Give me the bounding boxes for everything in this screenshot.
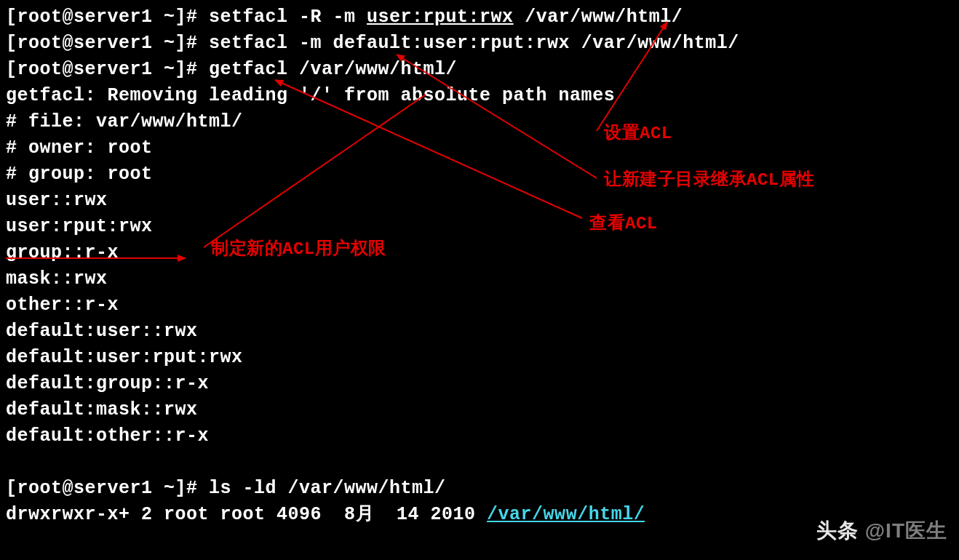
output-line: default:user:rput:rwx [6,345,959,371]
output-line: getfacl: Removing leading '/' from absol… [6,83,959,109]
output-line: other::r-x [6,292,959,319]
cmd-text: setfacl -R -m [209,7,367,28]
watermark-left: 头条 [816,519,859,542]
ls-output-path: /var/www/html/ [487,504,645,525]
output-line: user:rput:rwx [6,214,959,240]
command-line-2: [root@server1 ~]# setfacl -m default:use… [6,31,959,57]
cmd-text: getfacl /var/www/html/ [209,59,457,80]
output-line: default:other::r-x [6,423,959,449]
cmd-text: ls -ld /var/www/html/ [209,478,446,499]
blank-line [6,449,959,476]
output-line: group::r-x [6,240,959,266]
watermark-right: @IT医生 [859,519,947,542]
prompt: [root@server1 ~]# [6,59,209,80]
annotation-user-perm: 制定新的ACL用户权限 [211,236,386,263]
command-line-4: [root@server1 ~]# ls -ld /var/www/html/ [6,476,959,502]
terminal-window[interactable]: [root@server1 ~]# setfacl -R -m user:rpu… [0,0,959,560]
prompt: [root@server1 ~]# [6,478,209,499]
prompt: [root@server1 ~]# [6,33,209,54]
output-line: user::rwx [6,188,959,214]
cmd-text-underlined: user:rput:rwx [367,7,514,28]
cmd-text: /var/www/html/ [514,7,683,28]
cmd-text: setfacl -m default:user:rput:rwx /var/ww… [209,33,739,54]
prompt: [root@server1 ~]# [6,7,209,28]
output-line: # group: root [6,161,959,188]
output-line: default:group::r-x [6,371,959,397]
output-line: default:mask::rwx [6,397,959,423]
output-line: # file: var/www/html/ [6,109,959,135]
output-line: default:user::rwx [6,319,959,345]
command-line-1: [root@server1 ~]# setfacl -R -m user:rpu… [6,4,959,31]
annotation-view-acl: 查看ACL [589,211,658,237]
annotation-set-acl: 设置ACL [604,121,672,147]
output-line: # owner: root [6,135,959,161]
output-line: mask::rwx [6,266,959,292]
ls-output-text: drwxrwxr-x+ 2 root root 4096 8月 14 2010 [6,504,487,525]
watermark: 头条 @IT医生 [816,518,947,544]
annotation-inherit-acl: 让新建子目录继承ACL属性 [604,167,815,193]
command-line-3: [root@server1 ~]# getfacl /var/www/html/ [6,57,959,83]
